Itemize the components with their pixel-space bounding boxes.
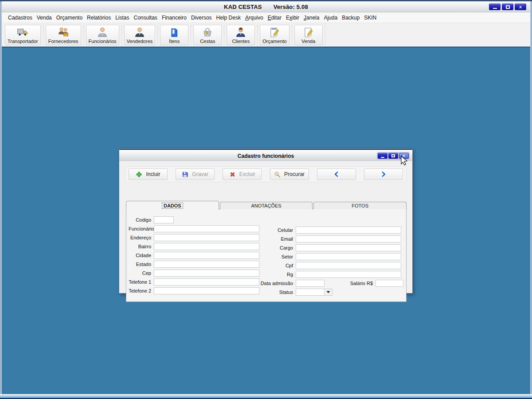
field-row-setor: Setor <box>256 252 403 261</box>
dialog-action-bar: Incluir Gravar Excluir Procurar <box>125 166 407 182</box>
toolbar-separator <box>325 24 325 46</box>
status-label: Status <box>256 289 296 295</box>
field-row-funcionario: Funcionário <box>129 224 262 233</box>
tab-fotos[interactable]: FOTOS <box>313 202 407 209</box>
menu-venda[interactable]: Venda <box>35 13 54 23</box>
menu-backup[interactable]: Backup <box>340 13 362 23</box>
field-row-cpf: Cpf <box>256 261 403 270</box>
minimize-button[interactable] <box>489 4 501 10</box>
maximize-icon <box>506 5 510 9</box>
app-version: Versão: 5.08 <box>274 4 308 10</box>
basket-icon <box>202 27 213 38</box>
menu-help-desk[interactable]: Help Desk <box>214 13 243 23</box>
salario-input[interactable] <box>376 280 403 287</box>
cidade-input[interactable] <box>154 252 259 259</box>
menu-skin[interactable]: SKIN <box>362 13 379 23</box>
menu-consultas[interactable]: Consultas <box>132 13 160 23</box>
close-icon: X <box>519 5 522 9</box>
delete-icon <box>229 171 236 178</box>
data-admissao-input[interactable] <box>296 280 325 287</box>
cargo-label: Cargo <box>256 245 296 250</box>
dialog-window-controls: X <box>377 152 410 160</box>
field-row-estado: Estado <box>129 260 262 269</box>
rg-label: Rg <box>256 272 296 277</box>
search-icon <box>274 171 281 178</box>
toolbar-orcamento-button[interactable]: Orçamento <box>260 25 289 45</box>
toolbar-button-label: Funcionários <box>89 39 117 44</box>
cep-input[interactable] <box>154 270 259 277</box>
rg-input[interactable] <box>296 271 401 278</box>
email-label: Email <box>256 236 296 242</box>
menu-relatorios[interactable]: Relatórios <box>85 13 113 23</box>
toolbar-separator <box>43 24 43 46</box>
menu-cadastros[interactable]: Cadastros <box>6 13 35 23</box>
menu-exibir[interactable]: Exibir <box>284 13 301 23</box>
toolbar: Transportador Fornecedores Funcionários … <box>2 23 530 47</box>
codigo-input[interactable] <box>154 216 174 223</box>
setor-input[interactable] <box>296 253 401 260</box>
procurar-button[interactable]: Procurar <box>270 168 309 180</box>
bairro-input[interactable] <box>154 243 259 250</box>
status-combobox <box>296 289 332 296</box>
dialog-maximize-button[interactable] <box>388 153 398 159</box>
estado-input[interactable] <box>154 261 259 268</box>
celular-input[interactable] <box>296 227 401 234</box>
window-frame-left <box>0 1 2 399</box>
field-row-cep: Cep <box>129 269 262 278</box>
excluir-button[interactable]: Excluir <box>223 168 262 180</box>
toolbar-vendedores-button[interactable]: Vendedores <box>124 25 156 45</box>
menu-editar[interactable]: Editar <box>266 13 284 23</box>
toolbar-clientes-button[interactable]: Clientes <box>227 25 255 45</box>
next-record-button[interactable] <box>364 168 403 180</box>
cep-label: Cep <box>129 270 154 276</box>
telefone2-label: Telefone 2 <box>129 288 154 293</box>
field-row-codigo: Codigo <box>129 215 262 224</box>
gravar-button[interactable]: Gravar <box>176 168 215 180</box>
toolbar-separator <box>157 24 158 46</box>
cpf-input[interactable] <box>296 262 401 269</box>
toolbar-funcionarios-button[interactable]: Funcionários <box>86 25 119 45</box>
menu-ajuda[interactable]: Ajuda <box>321 13 340 23</box>
toolbar-cestas-button[interactable]: Cestas <box>193 25 222 45</box>
email-input[interactable] <box>296 235 401 243</box>
main-titlebar[interactable]: KAD CESTASVersão: 5.08 X <box>2 1 530 12</box>
dialog-titlebar[interactable]: Cadastro funcionários X <box>119 149 412 161</box>
close-icon: X <box>403 154 405 158</box>
funcionario-input[interactable] <box>154 225 259 232</box>
status-dropdown-button[interactable] <box>325 289 332 296</box>
bairro-label: Bairro <box>129 244 154 249</box>
incluir-button[interactable]: Incluir <box>129 168 168 180</box>
chevron-down-icon <box>326 291 330 293</box>
dialog-minimize-button[interactable] <box>378 153 387 159</box>
toolbar-itens-button[interactable]: Ítens <box>160 25 188 45</box>
dados-tab-panel: Codigo Funcionário Endereço Bairro Cidad… <box>126 209 407 302</box>
dialog-close-button[interactable]: X <box>399 153 409 159</box>
client-icon <box>235 27 246 38</box>
menu-listas[interactable]: Listas <box>113 13 131 23</box>
toolbar-venda-button[interactable]: Venda <box>294 25 323 45</box>
tab-dados[interactable]: DADOS <box>126 201 219 210</box>
toolbar-fornecedores-button[interactable]: Fornecedores <box>46 25 81 45</box>
toolbar-transportador-button[interactable]: Transportador <box>5 25 41 45</box>
menu-arquivo[interactable]: Arquivo <box>243 13 266 23</box>
close-button[interactable]: X <box>515 4 526 10</box>
toolbar-separator <box>83 24 84 46</box>
menu-janela[interactable]: Janela <box>301 13 321 23</box>
menu-diversos[interactable]: Diversos <box>189 13 214 23</box>
status-input[interactable] <box>296 289 325 296</box>
telefone2-input[interactable] <box>154 287 259 294</box>
plus-icon <box>136 171 142 178</box>
field-row-cargo: Cargo <box>256 243 403 252</box>
items-icon <box>168 27 180 38</box>
window-title: KAD CESTASVersão: 5.08 <box>2 4 530 10</box>
cargo-input[interactable] <box>296 244 401 251</box>
funcionario-label: Funcionário <box>129 226 154 231</box>
menu-orcamento[interactable]: Orçamento <box>54 13 85 23</box>
endereco-input[interactable] <box>154 234 259 241</box>
menu-financeiro[interactable]: Financeiro <box>160 13 189 23</box>
tab-anotacoes[interactable]: ANOTAÇÕES <box>220 202 313 209</box>
action-label: Excluir <box>239 171 255 177</box>
telefone1-input[interactable] <box>154 278 259 286</box>
maximize-button[interactable] <box>502 4 513 10</box>
previous-record-button[interactable] <box>317 168 356 180</box>
